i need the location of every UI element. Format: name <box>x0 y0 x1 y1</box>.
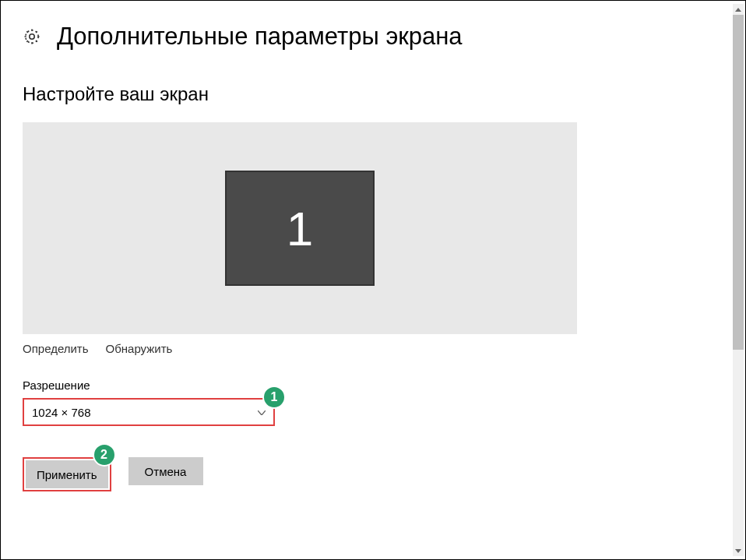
resolution-label: Разрешение <box>23 379 723 392</box>
page-title: Дополнительные параметры экрана <box>57 23 463 51</box>
cancel-button[interactable]: Отмена <box>128 457 203 485</box>
chevron-down-icon <box>258 407 266 417</box>
svg-point-0 <box>30 34 34 39</box>
annotation-badge-1: 1 <box>262 386 286 409</box>
apply-button[interactable]: Применить <box>26 460 108 488</box>
monitor-number: 1 <box>287 201 313 256</box>
monitor-tile-1[interactable]: 1 <box>225 171 375 286</box>
scroll-down-arrow[interactable] <box>733 545 744 556</box>
scrollbar-thumb[interactable] <box>733 15 744 350</box>
vertical-scrollbar[interactable] <box>733 4 744 556</box>
section-title: Настройте ваш экран <box>23 83 723 105</box>
resolution-value: 1024 × 768 <box>32 406 91 419</box>
detect-link[interactable]: Обнаружить <box>106 342 173 355</box>
annotation-badge-2: 2 <box>93 443 116 467</box>
monitor-arrangement-area[interactable]: 1 <box>23 122 577 334</box>
scroll-up-arrow[interactable] <box>733 4 744 15</box>
resolution-dropdown[interactable]: 1024 × 768 <box>23 398 275 426</box>
gear-icon <box>23 27 41 46</box>
identify-link[interactable]: Определить <box>23 342 89 355</box>
